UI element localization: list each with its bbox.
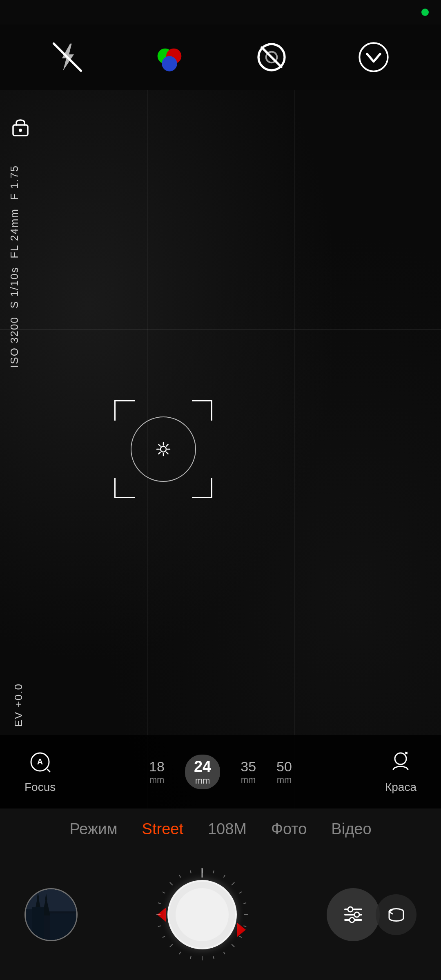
svg-line-51 bbox=[158, 903, 161, 904]
svg-line-39 bbox=[243, 926, 246, 927]
af-lock-icon[interactable] bbox=[8, 114, 33, 140]
svg-line-33 bbox=[213, 871, 214, 873]
svg-text:A: A bbox=[37, 757, 43, 766]
svg-rect-30 bbox=[50, 913, 78, 940]
mode-selector: Режим Street 108M Фото Відео bbox=[0, 808, 441, 849]
svg-line-43 bbox=[213, 956, 214, 959]
svg-line-37 bbox=[243, 903, 246, 904]
svg-point-10 bbox=[160, 446, 166, 452]
top-toolbar bbox=[0, 24, 441, 90]
ev-param: EV +0.0 bbox=[12, 683, 25, 727]
grid-overlay bbox=[0, 90, 441, 808]
camera-switch-button[interactable] bbox=[376, 894, 416, 935]
svg-line-45 bbox=[190, 956, 191, 959]
svg-line-34 bbox=[224, 875, 225, 878]
aperture-param: F 1.75 bbox=[8, 165, 33, 200]
mode-режим[interactable]: Режим bbox=[69, 820, 117, 838]
viewfinder[interactable]: F 1.75 FL 24mm S 1/10s ISO 3200 EV +0.0 bbox=[0, 90, 441, 808]
focus-corner-tl bbox=[114, 400, 135, 421]
svg-point-9 bbox=[19, 129, 22, 132]
beauty-mode-button[interactable]: Краса bbox=[385, 750, 416, 794]
svg-line-46 bbox=[179, 952, 181, 954]
svg-line-15 bbox=[158, 445, 160, 446]
mode-street[interactable]: Street bbox=[142, 820, 183, 838]
svg-line-53 bbox=[170, 882, 173, 885]
flash-button[interactable] bbox=[51, 41, 84, 74]
svg-line-17 bbox=[158, 452, 160, 454]
color-circles-button[interactable] bbox=[153, 41, 186, 74]
svg-line-54 bbox=[179, 875, 181, 878]
focal-length-param: FL 24mm bbox=[8, 208, 33, 258]
camera-app: F 1.75 FL 24mm S 1/10s ISO 3200 EV +0.0 bbox=[0, 0, 441, 980]
shutter-param: S 1/10s bbox=[8, 267, 33, 308]
iso-param: ISO 3200 bbox=[8, 316, 33, 368]
focus-target[interactable] bbox=[114, 400, 212, 498]
svg-line-55 bbox=[190, 871, 191, 873]
mode-108m[interactable]: 108M bbox=[208, 820, 247, 838]
shutter-button[interactable] bbox=[167, 880, 237, 949]
focal-18mm[interactable]: 18 mm bbox=[149, 759, 165, 785]
shutter-button-wrap bbox=[167, 880, 237, 949]
svg-point-21 bbox=[395, 753, 406, 764]
focal-lengths: 18 mm 24 mm 35 mm 50 mm bbox=[149, 755, 292, 789]
svg-line-42 bbox=[224, 952, 225, 954]
svg-line-16 bbox=[166, 452, 168, 454]
focus-mode-button[interactable]: A Focus bbox=[24, 750, 56, 794]
mode-відео[interactable]: Відео bbox=[331, 820, 371, 838]
focus-sun-icon bbox=[156, 442, 171, 457]
svg-line-49 bbox=[158, 926, 161, 927]
shutter-area bbox=[0, 849, 441, 980]
svg-line-40 bbox=[239, 936, 242, 938]
nosign-button[interactable] bbox=[255, 41, 288, 74]
svg-rect-31 bbox=[32, 907, 44, 940]
settings-button[interactable] bbox=[327, 888, 380, 941]
svg-point-61 bbox=[350, 918, 354, 922]
svg-line-52 bbox=[163, 892, 165, 893]
focus-corner-br bbox=[192, 478, 212, 498]
status-dot bbox=[421, 9, 429, 16]
mode-фото[interactable]: Фото bbox=[271, 820, 307, 838]
camera-params-panel: F 1.75 FL 24mm S 1/10s ISO 3200 bbox=[8, 106, 33, 727]
svg-line-47 bbox=[170, 944, 173, 947]
dropdown-button[interactable] bbox=[357, 41, 390, 74]
svg-point-60 bbox=[354, 912, 359, 917]
gallery-thumbnail[interactable] bbox=[24, 888, 78, 941]
svg-line-18 bbox=[166, 445, 168, 446]
gallery-preview bbox=[26, 889, 76, 940]
focus-mode-label: Focus bbox=[24, 781, 56, 794]
focal-24mm[interactable]: 24 mm bbox=[185, 755, 220, 789]
bottom-controls: Режим Street 108M Фото Відео bbox=[0, 808, 441, 980]
focus-corner-tr bbox=[192, 400, 212, 421]
svg-line-41 bbox=[232, 944, 234, 947]
svg-line-35 bbox=[232, 882, 234, 885]
svg-line-5 bbox=[262, 47, 281, 67]
svg-point-59 bbox=[348, 907, 353, 912]
status-bar bbox=[0, 0, 441, 24]
svg-line-48 bbox=[163, 936, 165, 938]
svg-point-3 bbox=[162, 56, 177, 71]
focal-35mm[interactable]: 35 mm bbox=[241, 759, 256, 785]
shutter-inner bbox=[176, 888, 229, 941]
svg-line-36 bbox=[239, 892, 242, 893]
focus-corner-bl bbox=[114, 478, 135, 498]
svg-point-7 bbox=[359, 43, 388, 71]
focal-50mm[interactable]: 50 mm bbox=[276, 759, 292, 785]
beauty-mode-label: Краса bbox=[385, 781, 416, 794]
focal-bar: A Focus 18 mm 24 mm 35 mm bbox=[0, 735, 441, 808]
